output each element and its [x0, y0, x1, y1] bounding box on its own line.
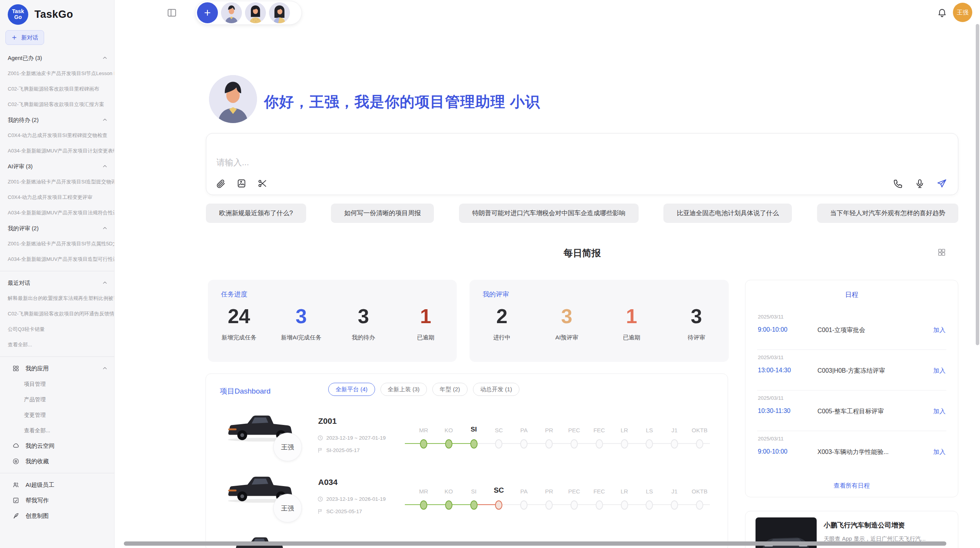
milestone-dots	[411, 436, 712, 452]
milestone-dot	[612, 497, 637, 513]
apps-grid-icon	[12, 365, 19, 372]
card-title: 任务进度	[221, 290, 247, 299]
notification-bell-icon[interactable]	[937, 8, 947, 19]
sidebar-task-item[interactable]: A034-全新新能源MUV产品开发项目造型可行性评审	[0, 252, 114, 267]
recent-view-all[interactable]: 查看全部...	[0, 337, 114, 353]
section-header-recent-chats[interactable]: 最近对话	[0, 275, 114, 291]
milestone-dot	[662, 497, 687, 513]
scissors-icon	[257, 178, 269, 188]
dashboard-title: 项目Dashboard	[220, 386, 271, 396]
event-title: C005-整车工程目标评审	[817, 408, 884, 416]
milestone-label: KO	[436, 427, 461, 433]
sidebar-task-item[interactable]: Z001-全新燃油轻卡产品开发项目SI节点属性5D文件评审	[0, 236, 114, 252]
suggestion-chip[interactable]: 欧洲新规最近颁布了什么?	[206, 204, 306, 223]
sidebar-task-item[interactable]: Z001-全新燃油轻卡产品开发项目SI造型提交物评审	[0, 174, 114, 190]
recent-chat-item[interactable]: 解释最新出台的欧盟报废车法规再生塑料比例被调至15%...	[0, 291, 114, 306]
app-item-change-mgmt[interactable]: 变更管理	[0, 407, 114, 423]
sidebar-item-my-apps[interactable]: 我的应用	[0, 361, 114, 376]
screenshot-button[interactable]	[257, 178, 269, 189]
star-circle-icon	[12, 458, 19, 465]
app-item-project-mgmt[interactable]: 项目管理	[0, 376, 114, 392]
sidebar-item-favorites[interactable]: 我的收藏	[0, 454, 114, 469]
news-title: 小鹏飞行汽车制造公司增资	[824, 521, 905, 530]
suggestion-chip[interactable]: 如何写一份清晰的项目周报	[331, 204, 434, 223]
suggestion-chip[interactable]: 当下年轻人对汽车外观有怎样的喜好趋势	[817, 204, 958, 223]
session-avatar-1[interactable]	[221, 2, 242, 23]
app-item-product-mgmt[interactable]: 产品管理	[0, 392, 114, 407]
stat-value: 3	[664, 305, 729, 328]
project-row-a034[interactable]: 王强 A034 2023-12-19 ~ 2026-01-19 SC-2025-…	[206, 469, 728, 528]
session-avatar-2[interactable]	[245, 2, 266, 23]
layout-grid-icon[interactable]	[937, 248, 947, 258]
sidebar-task-item[interactable]: A034-全新新能源MUV产品开发项目计划变更表编写	[0, 143, 114, 159]
event-date: 2025/03/11	[758, 395, 784, 401]
tab-new-body[interactable]: 全新上装 (3)	[380, 383, 427, 396]
session-avatar-3[interactable]	[269, 2, 290, 23]
logo-text-top: Task	[12, 9, 24, 14]
people-icon	[12, 481, 19, 488]
sidebar-task-item[interactable]: A034-全新新能源MUV产品开发项目法规符合性评审	[0, 205, 114, 221]
apps-view-all[interactable]: 查看全部...	[0, 423, 114, 438]
horizontal-scrollbar[interactable]	[124, 541, 946, 546]
event-title: C001-立项审批会	[817, 326, 865, 334]
composer: 请输入...	[206, 133, 958, 195]
milestone-label: PEC	[562, 488, 587, 495]
join-meeting-link[interactable]: 加入	[933, 408, 946, 416]
stat-review-overdue: 1 已逾期	[599, 305, 664, 341]
milestone-timeline: MR KO SI SC PA PR PEC FEC LR LS J1 OKTB	[411, 423, 712, 452]
app-title: TaskGo	[34, 9, 73, 21]
sidebar-item-ai-employee[interactable]: AI超级员工	[0, 477, 114, 493]
microphone-button[interactable]	[915, 178, 926, 189]
section-header-agent-done[interactable]: Agent已办 (3)	[0, 50, 114, 66]
milestone-label: PEC	[562, 427, 587, 433]
image-upload-button[interactable]	[236, 178, 248, 189]
schedule-event: 2025/03/11 10:30-11:30 C005-整车工程目标评审 加入	[757, 390, 946, 431]
stat-value: 3	[332, 305, 395, 328]
plus-icon	[203, 9, 212, 17]
suggestion-chip[interactable]: 比亚迪全固态电池计划具体说了什么	[663, 204, 792, 223]
join-meeting-link[interactable]: 加入	[933, 448, 946, 456]
collapse-sidebar-button[interactable]	[166, 8, 177, 19]
attachment-button[interactable]	[216, 178, 227, 189]
project-dashboard-card: 项目Dashboard 全新平台 (4) 全新上装 (3) 年型 (2) 动总开…	[206, 373, 728, 548]
join-meeting-link[interactable]: 加入	[933, 367, 946, 375]
milestone-dot-done	[436, 436, 461, 452]
sidebar-item-creative-draw[interactable]: 创意制图	[0, 508, 114, 524]
vertical-scrollbar[interactable]	[976, 24, 979, 345]
sidebar-task-item[interactable]: Z001-全新燃油皮卡产品开发项目SI节点Lesson Learn报告	[0, 66, 114, 81]
sidebar-item-help-write[interactable]: 帮我写作	[0, 493, 114, 508]
composer-input[interactable]: 请输入...	[216, 157, 249, 168]
section-header-my-review[interactable]: 我的评审 (2)	[0, 221, 114, 236]
section-header-ai-review[interactable]: AI评审 (3)	[0, 159, 114, 174]
new-chat-button[interactable]: 新对话	[5, 30, 44, 45]
recent-chat-item[interactable]: 公司Q3轻卡销量	[0, 322, 114, 337]
project-dates: 2023-12-19 ~ 2026-01-19	[317, 496, 386, 502]
section-label: 我的待办 (2)	[8, 116, 102, 124]
milestone-label: LS	[637, 488, 662, 495]
milestone-dot	[536, 436, 562, 452]
voice-call-button[interactable]	[893, 178, 905, 189]
sidebar-task-item[interactable]: C02-飞腾新能源轻客改款项目里程碑画布	[0, 81, 114, 97]
project-dates: 2023-12-19 ~ 2027-01-19	[317, 435, 386, 441]
recent-chat-item[interactable]: C02-飞腾新能源轻客改款项目的闭环通告反馈情况	[0, 306, 114, 322]
tab-new-platform[interactable]: 全新平台 (4)	[328, 383, 375, 396]
section-label: 我的评审 (2)	[8, 225, 102, 232]
sidebar-item-cloud-space[interactable]: 我的云空间	[0, 438, 114, 454]
section-header-my-todo[interactable]: 我的待办 (2)	[0, 112, 114, 128]
project-row-z001[interactable]: 王强 Z001 2023-12-19 ~ 2027-01-19 SI-2025-…	[206, 408, 728, 467]
join-meeting-link[interactable]: 加入	[933, 326, 946, 334]
send-button[interactable]	[936, 178, 948, 189]
project-owner-badge: 王强	[273, 433, 302, 461]
tab-model-year[interactable]: 年型 (2)	[432, 383, 468, 396]
tab-powertrain[interactable]: 动总开发 (1)	[473, 383, 520, 396]
milestone-label: FEC	[587, 488, 612, 495]
sidebar-task-item[interactable]: C0X4-动力总成开发项目工程变更评审	[0, 190, 114, 205]
sidebar-task-item[interactable]: C02-飞腾新能源轻客改款项目立项汇报方案	[0, 97, 114, 112]
user-avatar[interactable]: 王强	[953, 3, 972, 22]
sidebar-task-item[interactable]: C0X4-动力总成开发项目SI里程碑提交物检查	[0, 128, 114, 143]
new-session-button[interactable]	[197, 2, 218, 23]
view-all-schedule-link[interactable]: 查看所有日程	[745, 482, 958, 490]
event-title: X003-车辆动力学性能验...	[817, 448, 889, 456]
milestone-dot	[637, 497, 662, 513]
suggestion-chip[interactable]: 特朗普可能对进口汽车增税会对中国车企造成哪些影响	[459, 204, 639, 223]
